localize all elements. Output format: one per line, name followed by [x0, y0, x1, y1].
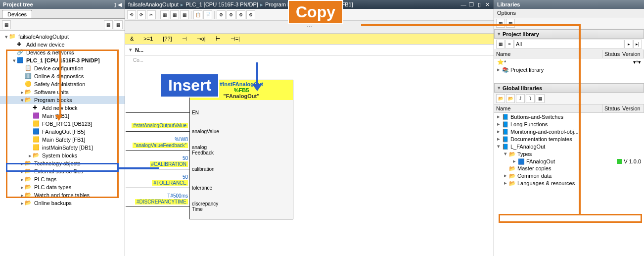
library-filter-select[interactable]	[514, 40, 624, 49]
filter-btn-3[interactable]: ▸	[624, 40, 633, 49]
tree-system-blocks[interactable]: ▸📂System blocks	[0, 152, 125, 159]
tree-add-device[interactable]: ✚Add new device	[0, 41, 125, 49]
ladder-operator-bar: & >=1 [??] ⊣ ⊸o| ⊢ ⊣=|	[125, 34, 494, 45]
lib-doctpl[interactable]: ▸📘Documentation templates	[494, 135, 644, 143]
lib-monitoring[interactable]: ▸📘Monitoring-and-control-obj...	[494, 128, 644, 135]
tree-safety-admin[interactable]: 🟡Safety Administration	[0, 80, 125, 88]
comment-row[interactable]: Co...	[125, 55, 494, 65]
op-ncontact[interactable]: ⊸o|	[195, 35, 208, 43]
lib-common-data[interactable]: ▸📂Common data	[494, 172, 644, 179]
global-lib-columns: Name Status Version	[494, 104, 644, 113]
tb-8[interactable]: 📄	[203, 10, 212, 19]
tb-3[interactable]: ✂	[147, 10, 156, 19]
tree-device-config[interactable]: 📋Device configuration	[0, 64, 125, 72]
op-empty[interactable]: [??]	[161, 35, 174, 43]
tree-add-block[interactable]: ✚Add new block	[0, 104, 125, 112]
lib-tb-2[interactable]: ▦	[506, 19, 515, 28]
library-filter-row: ▦ ≡ ▸ ▸|	[494, 39, 644, 50]
close-icon[interactable]: ✕	[484, 1, 491, 8]
tree-tech-objects[interactable]: ▸📂Technology objects	[0, 159, 125, 167]
tree-program-blocks[interactable]: ▾📂Program blocks	[0, 96, 125, 104]
tree-online-backups[interactable]: ▸📂Online backups	[0, 199, 125, 207]
filter-btn-4[interactable]: ▸|	[633, 40, 642, 49]
annotation-line	[579, 24, 581, 215]
lib-types[interactable]: ▾📂Types	[494, 150, 644, 157]
toolbar-btn-1[interactable]: ▦	[2, 20, 11, 29]
glib-tb-5[interactable]: ▦	[536, 94, 545, 103]
devices-tab[interactable]: Devices	[2, 10, 32, 18]
tb-10[interactable]: ⚙	[227, 10, 235, 19]
tb-12[interactable]: ⚙	[246, 10, 255, 19]
tree-devices-networks[interactable]: 🔗Devices & networks	[0, 49, 125, 56]
lib-lang-res[interactable]: ▸📂Languages & resources	[494, 179, 644, 187]
tree-plc-tags[interactable]: ▸📂PLC tags	[0, 175, 125, 183]
lib-fanalogout-type[interactable]: ▸🟦FAnalogOutV 1.0.0	[494, 157, 644, 165]
bc-2[interactable]: PLC_1 [CPU 1516F-3 PN/DP]	[185, 1, 258, 7]
tb-5[interactable]: ▦	[170, 10, 179, 19]
op-and[interactable]: &	[128, 35, 136, 43]
lib-lfanalog[interactable]: ▾📘L_FAnalogOut	[494, 143, 644, 150]
fb-block[interactable]: #instFAnalogOut %FB5 "FAnalogOut" EN ana…	[189, 80, 293, 219]
libraries-header: Libraries	[494, 0, 644, 9]
fb-body: EN analogValue #statAnalogOutputValue an…	[190, 100, 293, 219]
tree-plc[interactable]: ▾🟦PLC_1 [CPU 1516F-3 PN/DP]	[0, 56, 125, 64]
tb-9[interactable]: ⚙	[217, 10, 226, 19]
lib-longfn[interactable]: ▸📘Long Functions	[494, 120, 644, 128]
toolbar-btn-3[interactable]: ▦	[114, 20, 123, 29]
tb-11[interactable]: ⚙	[236, 10, 245, 19]
toolbar-btn-2[interactable]: ▦	[104, 20, 113, 29]
glib-tb-4[interactable]: ⤵	[526, 94, 535, 103]
tree-online-diag[interactable]: ℹ️Online & diagnostics	[0, 72, 125, 80]
fb-pin-calibration: calibration 50 #CALIBRATION	[190, 159, 293, 178]
filter-star-row[interactable]: ⭐ *▾ * ▾	[494, 58, 644, 66]
tb-4[interactable]: ▦	[160, 10, 169, 19]
fb-pin-analogvalue: analogValue #statAnalogOutputValue	[190, 122, 293, 141]
window-controls: — ❐ ▯ ✕	[460, 1, 491, 8]
tb-1[interactable]: ⟲	[127, 10, 136, 19]
filter-btn-1[interactable]: ▦	[496, 40, 505, 49]
lib-master-copies[interactable]: 📂Master copies	[494, 165, 644, 172]
libraries-panel: Libraries Options ▦ ▦ ▾Project library ▦…	[494, 0, 644, 256]
annotation-line	[361, 24, 579, 26]
op-contact[interactable]: ⊣	[180, 35, 189, 43]
tb-7[interactable]: 📋	[193, 10, 202, 19]
tree-main-safety[interactable]: 🟨Main Safety [FB1]	[0, 136, 125, 144]
libraries-toolbar: ▦ ▦	[494, 17, 644, 29]
lib-buttons[interactable]: ▸📘Buttons-and-Switches	[494, 113, 644, 120]
annotation-line	[119, 167, 159, 169]
project-library-section[interactable]: ▾Project library	[494, 29, 644, 39]
tree-software-units[interactable]: ▸📂Software units	[0, 88, 125, 96]
bc-1[interactable]: failsafeAnalogOutput	[128, 1, 179, 7]
fb-pin-discrepancy: discrepancy Time T#500ms #DISCREPANCYTIM…	[190, 197, 293, 216]
op-coil[interactable]: ⊣=|	[229, 35, 242, 43]
filter-btn-2[interactable]: ≡	[505, 40, 514, 49]
project-tree-header: Project tree ▯ ◀	[0, 0, 125, 9]
lib-tb-1[interactable]: ▦	[496, 19, 505, 28]
devices-tab-bar: Devices	[0, 9, 125, 19]
op-or[interactable]: >=1	[141, 35, 155, 43]
global-libraries-section[interactable]: ▾Global libraries	[494, 83, 644, 93]
tree-project[interactable]: ▾📁failsafeAnalogOutput	[0, 33, 125, 41]
tree-plc-data-types[interactable]: ▸📂PLC data types	[0, 183, 125, 191]
glib-tb-1[interactable]: 📂	[496, 94, 505, 103]
tree-watch-tables[interactable]: ▸📂Watch and force tables	[0, 191, 125, 199]
tree-fanalogout[interactable]: 🟦FAnalogOut [FB5]	[0, 128, 125, 136]
op-branch[interactable]: ⊢	[214, 35, 223, 43]
tb-6[interactable]: ▦	[180, 10, 189, 19]
minimize-icon[interactable]: —	[460, 1, 467, 8]
global-lib-toolbar: 📂 📂 ⤴ ⤵ ▦	[494, 93, 644, 104]
annotation-copy: Copy	[288, 0, 343, 24]
tree-inst-main-safety[interactable]: 🟨instMainSafety [DB1]	[0, 144, 125, 152]
fb-pin-en: EN	[190, 103, 293, 122]
maximize-icon[interactable]: ▯	[476, 1, 483, 8]
restore-icon[interactable]: ❐	[468, 1, 475, 8]
options-header[interactable]: Options	[494, 9, 644, 17]
tb-2[interactable]: ⟳	[137, 10, 146, 19]
tree-fob-rtg1[interactable]: 🟨FOB_RTG1 [OB123]	[0, 120, 125, 128]
panel-collapse-icon[interactable]: ▯ ◀	[113, 1, 122, 8]
network-header[interactable]: ▾N...	[125, 45, 494, 55]
project-library-item[interactable]: ▸📚Project library	[494, 66, 644, 73]
glib-tb-2[interactable]: 📂	[506, 94, 515, 103]
tree-ext-source[interactable]: ▸📂External source files	[0, 167, 125, 175]
glib-tb-3[interactable]: ⤴	[516, 94, 525, 103]
